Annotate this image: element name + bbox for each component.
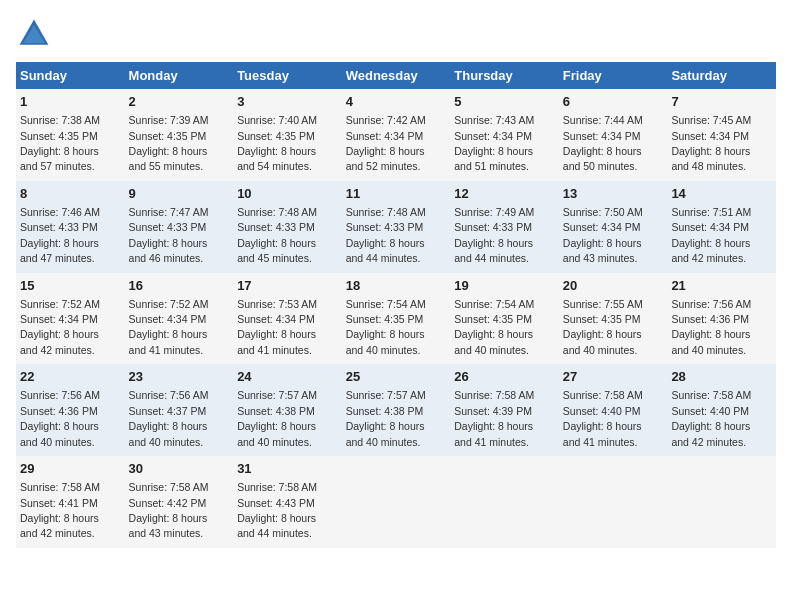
calendar-cell: 5 Sunrise: 7:43 AMSunset: 4:34 PMDayligh… bbox=[450, 89, 559, 181]
calendar-cell: 20 Sunrise: 7:55 AMSunset: 4:35 PMDaylig… bbox=[559, 273, 668, 365]
day-info: Sunrise: 7:46 AMSunset: 4:33 PMDaylight:… bbox=[20, 206, 100, 264]
day-info: Sunrise: 7:49 AMSunset: 4:33 PMDaylight:… bbox=[454, 206, 534, 264]
calendar-cell: 6 Sunrise: 7:44 AMSunset: 4:34 PMDayligh… bbox=[559, 89, 668, 181]
calendar-cell: 12 Sunrise: 7:49 AMSunset: 4:33 PMDaylig… bbox=[450, 181, 559, 273]
day-number: 27 bbox=[563, 368, 664, 386]
day-number: 11 bbox=[346, 185, 447, 203]
day-info: Sunrise: 7:38 AMSunset: 4:35 PMDaylight:… bbox=[20, 114, 100, 172]
weekday-header-wednesday: Wednesday bbox=[342, 62, 451, 89]
calendar-cell: 13 Sunrise: 7:50 AMSunset: 4:34 PMDaylig… bbox=[559, 181, 668, 273]
day-number: 31 bbox=[237, 460, 338, 478]
day-number: 2 bbox=[129, 93, 230, 111]
calendar-week-row: 15 Sunrise: 7:52 AMSunset: 4:34 PMDaylig… bbox=[16, 273, 776, 365]
calendar-table: SundayMondayTuesdayWednesdayThursdayFrid… bbox=[16, 62, 776, 548]
calendar-cell: 8 Sunrise: 7:46 AMSunset: 4:33 PMDayligh… bbox=[16, 181, 125, 273]
calendar-cell: 7 Sunrise: 7:45 AMSunset: 4:34 PMDayligh… bbox=[667, 89, 776, 181]
calendar-cell: 31 Sunrise: 7:58 AMSunset: 4:43 PMDaylig… bbox=[233, 456, 342, 548]
day-info: Sunrise: 7:55 AMSunset: 4:35 PMDaylight:… bbox=[563, 298, 643, 356]
calendar-week-row: 1 Sunrise: 7:38 AMSunset: 4:35 PMDayligh… bbox=[16, 89, 776, 181]
calendar-cell bbox=[559, 456, 668, 548]
weekday-header-saturday: Saturday bbox=[667, 62, 776, 89]
day-info: Sunrise: 7:43 AMSunset: 4:34 PMDaylight:… bbox=[454, 114, 534, 172]
day-number: 22 bbox=[20, 368, 121, 386]
day-number: 18 bbox=[346, 277, 447, 295]
day-info: Sunrise: 7:56 AMSunset: 4:37 PMDaylight:… bbox=[129, 389, 209, 447]
day-info: Sunrise: 7:54 AMSunset: 4:35 PMDaylight:… bbox=[454, 298, 534, 356]
day-info: Sunrise: 7:40 AMSunset: 4:35 PMDaylight:… bbox=[237, 114, 317, 172]
calendar-cell: 29 Sunrise: 7:58 AMSunset: 4:41 PMDaylig… bbox=[16, 456, 125, 548]
calendar-cell: 23 Sunrise: 7:56 AMSunset: 4:37 PMDaylig… bbox=[125, 364, 234, 456]
weekday-header-sunday: Sunday bbox=[16, 62, 125, 89]
calendar-week-row: 8 Sunrise: 7:46 AMSunset: 4:33 PMDayligh… bbox=[16, 181, 776, 273]
weekday-header-thursday: Thursday bbox=[450, 62, 559, 89]
day-number: 20 bbox=[563, 277, 664, 295]
weekday-header-tuesday: Tuesday bbox=[233, 62, 342, 89]
calendar-cell: 24 Sunrise: 7:57 AMSunset: 4:38 PMDaylig… bbox=[233, 364, 342, 456]
day-number: 14 bbox=[671, 185, 772, 203]
day-number: 10 bbox=[237, 185, 338, 203]
calendar-cell: 11 Sunrise: 7:48 AMSunset: 4:33 PMDaylig… bbox=[342, 181, 451, 273]
day-number: 1 bbox=[20, 93, 121, 111]
calendar-cell: 3 Sunrise: 7:40 AMSunset: 4:35 PMDayligh… bbox=[233, 89, 342, 181]
day-number: 28 bbox=[671, 368, 772, 386]
day-info: Sunrise: 7:58 AMSunset: 4:40 PMDaylight:… bbox=[671, 389, 751, 447]
calendar-cell: 30 Sunrise: 7:58 AMSunset: 4:42 PMDaylig… bbox=[125, 456, 234, 548]
calendar-cell: 2 Sunrise: 7:39 AMSunset: 4:35 PMDayligh… bbox=[125, 89, 234, 181]
page-header bbox=[16, 16, 776, 52]
day-number: 16 bbox=[129, 277, 230, 295]
weekday-header-monday: Monday bbox=[125, 62, 234, 89]
day-info: Sunrise: 7:52 AMSunset: 4:34 PMDaylight:… bbox=[20, 298, 100, 356]
calendar-cell: 9 Sunrise: 7:47 AMSunset: 4:33 PMDayligh… bbox=[125, 181, 234, 273]
calendar-cell: 4 Sunrise: 7:42 AMSunset: 4:34 PMDayligh… bbox=[342, 89, 451, 181]
day-info: Sunrise: 7:48 AMSunset: 4:33 PMDaylight:… bbox=[346, 206, 426, 264]
logo bbox=[16, 16, 58, 52]
day-number: 5 bbox=[454, 93, 555, 111]
day-info: Sunrise: 7:42 AMSunset: 4:34 PMDaylight:… bbox=[346, 114, 426, 172]
day-number: 9 bbox=[129, 185, 230, 203]
day-number: 21 bbox=[671, 277, 772, 295]
day-info: Sunrise: 7:57 AMSunset: 4:38 PMDaylight:… bbox=[346, 389, 426, 447]
day-number: 23 bbox=[129, 368, 230, 386]
calendar-cell bbox=[667, 456, 776, 548]
day-info: Sunrise: 7:54 AMSunset: 4:35 PMDaylight:… bbox=[346, 298, 426, 356]
day-info: Sunrise: 7:57 AMSunset: 4:38 PMDaylight:… bbox=[237, 389, 317, 447]
calendar-cell: 18 Sunrise: 7:54 AMSunset: 4:35 PMDaylig… bbox=[342, 273, 451, 365]
day-info: Sunrise: 7:58 AMSunset: 4:41 PMDaylight:… bbox=[20, 481, 100, 539]
calendar-cell: 21 Sunrise: 7:56 AMSunset: 4:36 PMDaylig… bbox=[667, 273, 776, 365]
day-info: Sunrise: 7:56 AMSunset: 4:36 PMDaylight:… bbox=[671, 298, 751, 356]
day-info: Sunrise: 7:48 AMSunset: 4:33 PMDaylight:… bbox=[237, 206, 317, 264]
day-info: Sunrise: 7:58 AMSunset: 4:40 PMDaylight:… bbox=[563, 389, 643, 447]
day-number: 8 bbox=[20, 185, 121, 203]
calendar-cell: 27 Sunrise: 7:58 AMSunset: 4:40 PMDaylig… bbox=[559, 364, 668, 456]
day-number: 25 bbox=[346, 368, 447, 386]
day-info: Sunrise: 7:45 AMSunset: 4:34 PMDaylight:… bbox=[671, 114, 751, 172]
day-info: Sunrise: 7:58 AMSunset: 4:43 PMDaylight:… bbox=[237, 481, 317, 539]
logo-icon bbox=[16, 16, 52, 52]
calendar-cell: 26 Sunrise: 7:58 AMSunset: 4:39 PMDaylig… bbox=[450, 364, 559, 456]
day-info: Sunrise: 7:52 AMSunset: 4:34 PMDaylight:… bbox=[129, 298, 209, 356]
calendar-cell: 15 Sunrise: 7:52 AMSunset: 4:34 PMDaylig… bbox=[16, 273, 125, 365]
calendar-cell: 22 Sunrise: 7:56 AMSunset: 4:36 PMDaylig… bbox=[16, 364, 125, 456]
day-number: 13 bbox=[563, 185, 664, 203]
day-number: 7 bbox=[671, 93, 772, 111]
calendar-cell: 19 Sunrise: 7:54 AMSunset: 4:35 PMDaylig… bbox=[450, 273, 559, 365]
day-number: 12 bbox=[454, 185, 555, 203]
day-number: 24 bbox=[237, 368, 338, 386]
day-info: Sunrise: 7:47 AMSunset: 4:33 PMDaylight:… bbox=[129, 206, 209, 264]
calendar-week-row: 29 Sunrise: 7:58 AMSunset: 4:41 PMDaylig… bbox=[16, 456, 776, 548]
day-number: 4 bbox=[346, 93, 447, 111]
day-number: 3 bbox=[237, 93, 338, 111]
calendar-cell: 17 Sunrise: 7:53 AMSunset: 4:34 PMDaylig… bbox=[233, 273, 342, 365]
day-info: Sunrise: 7:58 AMSunset: 4:39 PMDaylight:… bbox=[454, 389, 534, 447]
day-number: 15 bbox=[20, 277, 121, 295]
calendar-cell: 28 Sunrise: 7:58 AMSunset: 4:40 PMDaylig… bbox=[667, 364, 776, 456]
day-info: Sunrise: 7:50 AMSunset: 4:34 PMDaylight:… bbox=[563, 206, 643, 264]
weekday-header-friday: Friday bbox=[559, 62, 668, 89]
day-info: Sunrise: 7:44 AMSunset: 4:34 PMDaylight:… bbox=[563, 114, 643, 172]
day-number: 30 bbox=[129, 460, 230, 478]
calendar-cell: 16 Sunrise: 7:52 AMSunset: 4:34 PMDaylig… bbox=[125, 273, 234, 365]
day-number: 17 bbox=[237, 277, 338, 295]
calendar-cell: 1 Sunrise: 7:38 AMSunset: 4:35 PMDayligh… bbox=[16, 89, 125, 181]
calendar-cell: 14 Sunrise: 7:51 AMSunset: 4:34 PMDaylig… bbox=[667, 181, 776, 273]
day-info: Sunrise: 7:53 AMSunset: 4:34 PMDaylight:… bbox=[237, 298, 317, 356]
